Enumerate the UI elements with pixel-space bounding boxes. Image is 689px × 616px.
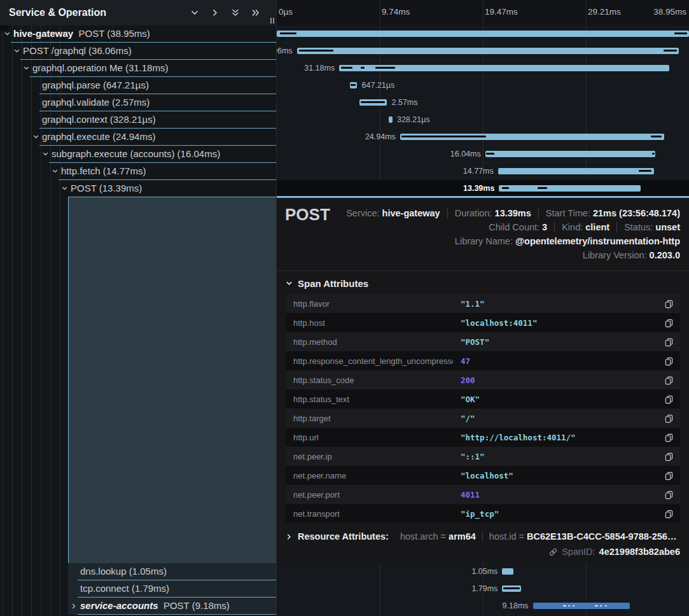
attr-row: http.method"POST" (286, 332, 680, 351)
copy-icon (664, 414, 674, 423)
tree-row-toggle[interactable] (42, 151, 49, 158)
tree-row[interactable]: hive-gateway POST (38.95ms) (0, 25, 277, 43)
span-attributes-header[interactable]: Span Attributes (277, 271, 689, 294)
link-icon[interactable] (548, 547, 558, 557)
timeline-row[interactable]: 13.39ms (277, 180, 689, 197)
span-detail-title: POST (285, 206, 330, 262)
tree-row-toggle[interactable] (4, 31, 11, 38)
tree-row-label: http.fetch (14.77ms) (61, 165, 146, 176)
tree-row[interactable]: POST (13.39ms) (0, 180, 277, 197)
span-bar[interactable] (350, 82, 357, 88)
tree-row[interactable]: http.fetch (14.77ms) (0, 163, 277, 180)
timeline-row[interactable]: 24.94ms (277, 129, 689, 146)
span-duration-label: 1.05ms (471, 567, 502, 576)
resource-attributes-row[interactable]: Resource Attributes: host.arch = arm64ho… (286, 531, 680, 542)
tree-row-label: tcp.connect (1.79ms) (80, 583, 169, 594)
copy-value-button[interactable] (663, 393, 675, 405)
tree-row-label: graphql.parse (647.21µs) (42, 80, 149, 90)
tree-row-toggle[interactable] (23, 65, 30, 72)
timeline-row[interactable]: 2.57ms (277, 94, 689, 111)
tree-row-label: hive-gateway POST (38.95ms) (13, 28, 150, 39)
tree-row[interactable]: graphql.execute (24.94ms) (0, 129, 277, 146)
timeline-row[interactable]: 1.79ms (277, 580, 689, 598)
attr-row: http.status_code200 (286, 370, 680, 389)
detail-meta-line: Library Name: @opentelemetry/instrumenta… (448, 234, 680, 248)
span-bar[interactable] (502, 568, 513, 575)
copy-icon (664, 471, 674, 480)
timeline-row[interactable]: 38.95ms (277, 25, 689, 43)
chevron-down-icon (61, 185, 68, 192)
expand-one-icon[interactable] (209, 7, 221, 18)
tree-row[interactable]: POST /graphql (36.06ms) (0, 43, 277, 60)
attr-row: http.host"localhost:4011" (286, 313, 680, 332)
copy-value-button[interactable] (663, 431, 675, 444)
timeline-row[interactable]: 328.21µs (277, 111, 689, 129)
tree-row[interactable]: graphql.operation Me (31.18ms) (0, 60, 277, 77)
copy-value-button[interactable] (663, 489, 675, 501)
span-bar[interactable] (297, 48, 679, 54)
span-bar[interactable] (533, 603, 630, 609)
copy-value-button[interactable] (663, 508, 675, 520)
tree-row-toggle[interactable] (52, 168, 59, 175)
resource-attributes-title: Resource Attributes: (298, 531, 389, 542)
span-bar[interactable] (400, 134, 664, 140)
tree-row-toggle[interactable] (32, 134, 39, 141)
tree-row[interactable]: graphql.context (328.21µs) (0, 111, 277, 129)
span-bar[interactable] (499, 185, 641, 192)
attr-row: http.status_text"OK" (286, 389, 680, 409)
span-bar[interactable] (485, 151, 655, 157)
tree-row[interactable]: graphql.validate (2.57ms) (0, 94, 277, 111)
span-bar[interactable] (359, 99, 387, 106)
collapse-one-icon[interactable] (189, 7, 200, 18)
span-bar[interactable] (502, 585, 521, 592)
timeline-row[interactable]: 647.21µs (277, 77, 689, 94)
tree-row-toggle[interactable] (61, 185, 68, 192)
tree-row[interactable]: service-accounts POST (9.18ms) (0, 598, 277, 615)
attr-row: http.target"/" (286, 409, 680, 428)
copy-value-button[interactable] (663, 298, 675, 310)
attr-key: net.transport (293, 509, 453, 519)
panel-resize-handle[interactable] (270, 18, 274, 24)
attr-row: net.transport"ip_tcp" (286, 504, 680, 523)
tree-row-label: POST (13.39ms) (71, 183, 142, 193)
attr-value: "1.1" (461, 299, 663, 309)
span-bar[interactable] (498, 168, 655, 174)
tree-row[interactable]: graphql.parse (647.21µs) (0, 77, 277, 94)
copy-value-button[interactable] (663, 412, 675, 424)
copy-value-button[interactable] (663, 451, 675, 463)
timeline-row[interactable]: 9.18ms (277, 598, 689, 615)
timeline-row[interactable]: 14.77ms (277, 163, 689, 180)
attr-row: net.peer.port4011 (286, 485, 680, 504)
attr-value: 47 (461, 356, 663, 366)
tree-row-toggle[interactable] (13, 48, 20, 55)
span-bar[interactable] (339, 65, 669, 71)
timeline-row[interactable]: 31.18ms (277, 60, 689, 77)
copy-value-button[interactable] (663, 470, 675, 482)
collapse-all-icon[interactable] (230, 7, 241, 18)
tree-row[interactable]: dns.lookup (1.05ms) (0, 563, 277, 580)
timeline-row[interactable]: 36.06ms (277, 43, 689, 60)
copy-value-button[interactable] (663, 355, 675, 367)
chevron-down-icon (32, 134, 39, 141)
tree-row-toggle[interactable] (71, 603, 78, 610)
copy-value-button[interactable] (663, 374, 675, 386)
copy-value-button[interactable] (663, 336, 675, 348)
expand-all-icon[interactable] (250, 7, 261, 18)
timeline-row[interactable]: 16.04ms (277, 146, 689, 163)
tree-row-label: subgraph.execute (accounts) (16.04ms) (52, 148, 220, 159)
resource-attributes-pairs: host.arch = arm64host.id = BC62E13B-C4CC… (394, 531, 677, 542)
attr-key: http.target (293, 414, 453, 423)
tree-row[interactable]: tcp.connect (1.79ms) (0, 580, 277, 598)
span-duration-label: 13.39ms (463, 184, 499, 193)
timeline-row[interactable]: 1.05ms (277, 563, 689, 580)
timeline-region: 0µs9.74ms19.47ms29.21ms38.95ms 38.95ms36… (277, 0, 689, 616)
span-bar[interactable] (277, 31, 689, 37)
tree-row[interactable]: subgraph.execute (accounts) (16.04ms) (0, 146, 277, 163)
copy-value-button[interactable] (663, 317, 675, 329)
span-duration-label: 14.77ms (463, 167, 498, 176)
span-duration-label: 24.94ms (365, 132, 400, 141)
tree-row-label: graphql.context (328.21µs) (42, 114, 156, 125)
detail-meta-line: Service: hive-gatewayDuration: 13.39msSt… (339, 206, 680, 220)
detail-meta-line: Library Version: 0.203.0 (576, 248, 680, 262)
copy-icon (664, 337, 674, 347)
